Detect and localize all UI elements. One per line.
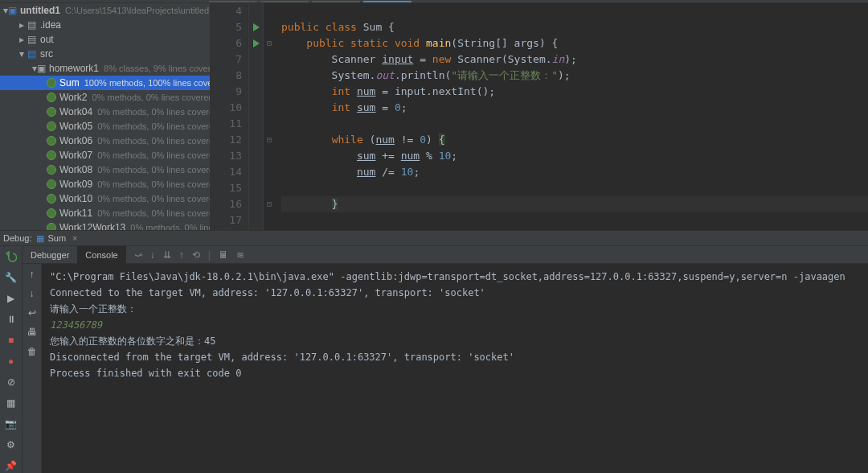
class-label: Sum xyxy=(59,77,80,88)
tree-class-file[interactable]: Work070% methods, 0% lines covered xyxy=(0,148,210,162)
folder-label: out xyxy=(40,34,54,45)
editor-tab[interactable] xyxy=(209,1,257,2)
code-area[interactable]: public class Sum { public static void ma… xyxy=(275,3,868,230)
folder-icon: ▤ xyxy=(26,34,37,45)
tree-folder-idea[interactable]: ▸▤.idea xyxy=(0,18,210,32)
console-line: Process finished with exit code 0 xyxy=(50,365,860,381)
console-toolbar: ↑ ↓ ↩ 🖶 🗑 xyxy=(23,264,42,473)
coverage-meta: 0% methods, 0% lines covered xyxy=(92,93,211,102)
debug-tabs: Debugger Console ⤻ ↓ ⇊ ↑ ⟲ | 🖩 ≋ xyxy=(23,246,868,264)
rerun-button[interactable] xyxy=(4,249,18,264)
folder-icon: ▣ xyxy=(8,5,17,16)
debug-toolbar: 🔧 ▶ ⏸ ■ ● ⊘ ▦ 📷 ⚙ 📌 xyxy=(0,246,23,473)
class-label: Work10 xyxy=(59,193,92,204)
tree-class-file[interactable]: Work090% methods, 0% lines covered xyxy=(0,177,210,191)
tree-class-file[interactable]: Work110% methods, 0% lines covered xyxy=(0,206,210,220)
project-tree[interactable]: ▾ ▣ untitled1 C:\Users\15413\IdeaProject… xyxy=(0,3,211,230)
run-gutter[interactable] xyxy=(249,3,264,230)
class-label: Work05 xyxy=(59,121,92,132)
folder-icon: ▤ xyxy=(26,19,37,31)
debug-tab[interactable]: ▦ Sum × xyxy=(36,233,77,244)
class-label: Work09 xyxy=(59,179,92,190)
console-output[interactable]: "C:\Program Files\Java\jdk-18.0.2.1\bin\… xyxy=(42,264,868,473)
debug-label-text: Debug: xyxy=(3,233,31,243)
step-into-icon[interactable]: ↓ xyxy=(150,249,155,261)
print-icon[interactable]: 🖶 xyxy=(25,325,39,339)
force-step-icon[interactable]: ⇊ xyxy=(163,249,171,261)
tree-class-file[interactable]: Work20% methods, 0% lines covered xyxy=(0,90,210,105)
evaluate-icon[interactable]: 🖩 xyxy=(219,249,228,261)
tree-class-file[interactable]: Work080% methods, 0% lines covered xyxy=(0,162,210,177)
clear-icon[interactable]: 🗑 xyxy=(25,344,39,359)
down-icon[interactable]: ↓ xyxy=(25,286,39,301)
close-icon[interactable]: × xyxy=(72,233,77,243)
debug-header: Debug: ▦ Sum × xyxy=(0,230,868,246)
breakpoints-button[interactable]: ● xyxy=(4,354,18,368)
camera-button[interactable]: 📷 xyxy=(4,417,18,431)
class-icon xyxy=(47,150,56,161)
resume-button[interactable]: ▶ xyxy=(4,291,18,306)
tree-class-file[interactable]: Work060% methods, 0% lines covered xyxy=(0,134,210,148)
code-editor[interactable]: 456789101112131415161718192021 ⊟⊟⊟ publi… xyxy=(211,3,868,230)
class-icon xyxy=(47,179,56,190)
stop-button[interactable]: ■ xyxy=(4,333,18,348)
editor-tab[interactable] xyxy=(260,1,309,2)
coverage-meta: 0% methods, 0% lines covered xyxy=(97,165,211,175)
tab-console[interactable]: Console xyxy=(77,246,125,264)
tree-class-file[interactable]: Work12Work130% methods, 0% lines co xyxy=(0,220,210,230)
project-root-path: C:\Users\15413\IdeaProjects\untitled1 xyxy=(65,6,211,15)
drop-frame-icon[interactable]: ⟲ xyxy=(192,249,200,261)
console-line: 请输入一个正整数： xyxy=(50,301,860,317)
coverage-meta: 0% methods, 0% lines covered xyxy=(97,136,211,146)
class-icon xyxy=(47,92,56,103)
coverage-meta: 0% methods, 0% lines covered xyxy=(97,107,211,117)
fold-gutter[interactable]: ⊟⊟⊟ xyxy=(264,3,275,230)
class-icon xyxy=(47,135,56,146)
step-out-icon[interactable]: ↑ xyxy=(179,249,184,261)
layout-button[interactable]: ▦ xyxy=(4,396,18,410)
project-root[interactable]: ▾ ▣ untitled1 C:\Users\15413\IdeaProject… xyxy=(0,3,210,18)
settings-button[interactable]: ⚙ xyxy=(4,438,18,452)
coverage-meta: 0% methods, 0% lines co xyxy=(130,223,211,230)
up-icon[interactable]: ↑ xyxy=(25,267,39,282)
tree-class-file[interactable]: Work100% methods, 0% lines covered xyxy=(0,191,210,206)
tree-class-file[interactable]: Work050% methods, 0% lines covered xyxy=(0,119,210,134)
pause-button[interactable]: ⏸ xyxy=(4,312,18,327)
folder-icon: ▤ xyxy=(26,48,37,60)
folder-label: .idea xyxy=(40,19,61,31)
project-root-label: untitled1 xyxy=(20,5,60,16)
trace-icon[interactable]: ≋ xyxy=(236,249,244,261)
console-line: Connected to the target VM, address: '12… xyxy=(50,285,860,301)
class-label: Work12Work13 xyxy=(59,222,125,230)
class-icon xyxy=(47,121,56,132)
modify-button[interactable]: 🔧 xyxy=(4,270,18,285)
class-icon xyxy=(47,222,56,230)
class-icon xyxy=(47,193,56,204)
console-line: "C:\Program Files\Java\jdk-18.0.2.1\bin\… xyxy=(50,269,860,285)
step-over-icon[interactable]: ⤻ xyxy=(134,249,142,261)
class-label: Work08 xyxy=(59,164,92,175)
pin-button[interactable]: 📌 xyxy=(4,459,18,473)
line-number-gutter[interactable]: 456789101112131415161718192021 xyxy=(211,3,249,230)
tree-class-file[interactable]: Work040% methods, 0% lines covered xyxy=(0,105,210,119)
class-icon xyxy=(47,106,56,117)
class-label: Work11 xyxy=(59,208,92,219)
class-label: Work2 xyxy=(59,92,87,103)
coverage-meta: 100% methods, 100% lines covered xyxy=(84,78,211,88)
tree-folder-src[interactable]: ▾▤src xyxy=(0,47,210,61)
run-config-icon: ▦ xyxy=(36,233,44,244)
editor-tab-active[interactable] xyxy=(363,1,411,2)
wrap-icon[interactable]: ↩ xyxy=(25,306,39,320)
coverage-meta: 0% methods, 0% lines covered xyxy=(97,194,211,204)
editor-tab[interactable] xyxy=(312,1,360,2)
tree-package[interactable]: ▾▣homework18% classes, 9% lines covered xyxy=(0,61,210,76)
tab-debugger[interactable]: Debugger xyxy=(23,246,77,264)
coverage-meta: 8% classes, 9% lines covered xyxy=(104,64,211,73)
class-icon xyxy=(47,164,56,175)
class-label: Work06 xyxy=(59,135,92,146)
tree-class-file[interactable]: Sum100% methods, 100% lines covered xyxy=(0,76,210,90)
coverage-meta: 0% methods, 0% lines covered xyxy=(97,121,211,131)
class-label: Work07 xyxy=(59,150,92,161)
tree-folder-out[interactable]: ▸▤out xyxy=(0,32,210,47)
mute-bp-button[interactable]: ⊘ xyxy=(4,375,18,389)
